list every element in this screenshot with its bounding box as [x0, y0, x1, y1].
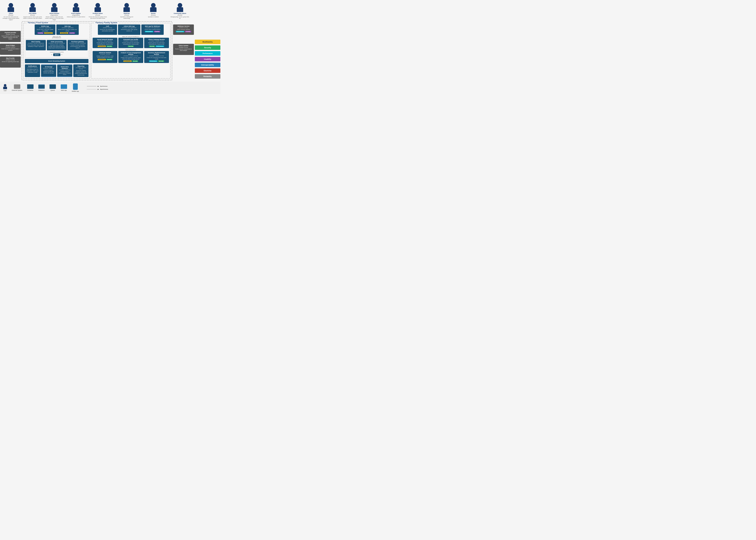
social-network-badges: Modifiability Security: [94, 45, 116, 47]
user-person-shape: [3, 84, 7, 89]
clinics-gateway-type: [Container: Software service]: [146, 41, 168, 42]
web-app-webinars-title: Web App for Webinars: [143, 25, 162, 27]
legend-container-shape: Container: [27, 84, 34, 91]
clinics-badge-perf: Performance: [156, 46, 164, 47]
ext-shape-sm: [14, 84, 20, 89]
doctor-head: [151, 3, 156, 8]
admin-web-app-desc: Administrate blogs, chats, groups, artic…: [119, 29, 139, 32]
doctor-icon: [149, 2, 157, 12]
inv-badge-perf: Performance: [149, 61, 158, 62]
queue-label-text: Commands & events [TCP]: [26, 52, 87, 53]
inventory-title: Inventory Replenishment Module: [146, 52, 168, 55]
notifications-box: Notifications [Container: Service] Send …: [25, 65, 40, 77]
event-store-type: [Container: Datastore]: [58, 69, 71, 70]
legend-webapp-label: Web App: [61, 89, 66, 91]
auth-title: Auth: [99, 25, 116, 27]
ws-badge-perf: Performance: [176, 31, 184, 32]
sync-arrowhead: ►: [97, 85, 99, 87]
admin-web-app-box: Admin Web App [Container: Web applicatio…: [118, 25, 140, 35]
actor-dietician: Dietician [Person] Specialist in dietolo…: [117, 2, 136, 21]
legend-usability: Usability: [195, 57, 220, 62]
s3-storage-title: S3 Storage: [42, 66, 55, 68]
web-app-title: Web App: [57, 25, 77, 27]
legend-mobileapp-shape: Mobile App: [72, 83, 79, 92]
extended-profile-box: Extended user profile [Container: Softwa…: [118, 38, 143, 48]
actor-community-admin: Community admin [Person] Managing blogs,…: [170, 2, 189, 21]
mobile-app-badge-usability: Usability: [37, 32, 44, 34]
inventory-box: Inventory Replenishment Module [Containe…: [144, 51, 169, 63]
dietician-head: [124, 3, 129, 8]
engagement-badges: Modifiability Security: [120, 60, 142, 62]
webinars-service-badges: Performance Usability: [174, 31, 193, 33]
async-line: [87, 89, 96, 89]
notifications-type: [Container: Service]: [26, 67, 39, 68]
mobile-app-type: [Container: Application]: [36, 27, 54, 28]
right-actors: Dietician [Person] Specialist in dietolo…: [113, 2, 193, 21]
webinars-badge-perf: Performance: [145, 31, 153, 32]
community-admin-desc: Managing blogs, forums, group chats, etc: [170, 16, 189, 19]
edie-badge-mod: Modifiability: [98, 59, 106, 60]
auth-box: Auth [Software Service] Service for user…: [98, 25, 117, 35]
social-network-box: Social Network Module [Container: Web ap…: [93, 38, 117, 48]
actor-doctor: Doctor [Person] Specialist in medicine: [144, 2, 163, 21]
main-canvas: Client [Person] Our user who write posts…: [0, 0, 220, 94]
order-processing-title: Order processing: [48, 41, 65, 43]
extended-profile-type: [Container: Software service]: [120, 41, 142, 42]
food-mid-comps: Meal Catalog [Container: Monolite Subsys…: [26, 40, 87, 50]
map-provider-box: Map Provider [Software service] Service …: [0, 57, 21, 68]
webinars-service-title: Webinars Service: [174, 25, 193, 27]
payment-provider-box: Payment provider [Software service] Poin…: [0, 31, 21, 42]
main-boundary-wrapper: Farmacy Food System Mobile App [Containe…: [22, 21, 172, 80]
web-app-box: Web App [Container: Application] Browse …: [56, 25, 79, 35]
notifications-title: Notifications: [26, 66, 39, 67]
food-sub-boundary: Meal Catalog [Container: Monolite Subsys…: [25, 39, 88, 58]
legend-queue-shape: Queue: [50, 84, 56, 91]
left-external-systems: Payment provider [Software service] Poin…: [0, 21, 21, 80]
legend-perfomance: Perfomance: [195, 51, 220, 56]
extended-profile-title: Extended user profile: [120, 39, 142, 40]
mobile-app-badge-perf: Performance: [44, 32, 53, 34]
product-owner-name: Product owner: [93, 13, 103, 14]
edie-badge-sec: Security: [106, 59, 112, 60]
purchase-gateway-box: Purchase gateway [Container: Monolite Su…: [67, 40, 87, 50]
queue-row: ▼ Queue ▼: [26, 54, 87, 56]
inventory-desc: Predict SKU popularity and actual sales …: [146, 57, 168, 60]
doctor-desc: Specialist in medicine: [148, 16, 159, 18]
extended-profile-badges: Security: [120, 45, 142, 47]
pos-admin-desc: Supports sales for sells or pick-up the …: [23, 16, 42, 19]
smart-fridges-desc: Smart devices for sell fresh meals or pr…: [1, 48, 20, 51]
left-actors: Client [Person] Our user who write posts…: [0, 2, 109, 21]
web-app-webinars-type: [Container: Web application]: [143, 27, 162, 28]
client-name: Client: [9, 13, 13, 14]
reporting-type: [Container: Software service]: [74, 67, 87, 69]
payment-provider-desc: Point of Sale for sells or pick-up the m…: [1, 35, 20, 40]
ghost-kitchen-head: [52, 3, 56, 8]
auth-type: [Software Service]: [99, 27, 116, 28]
smart-fridges-type: [Hardware System]: [1, 47, 20, 48]
eng-badge-sec: Security: [132, 61, 138, 62]
webinars-service-box: Webinars Service [Software service] Onli…: [173, 25, 194, 35]
community-admin-icon: [176, 2, 184, 12]
container-shape-sm: [27, 84, 34, 89]
event-store-box: Event store database [Container: Datasto…: [57, 65, 72, 77]
legend-interoperability: Interoperability: [195, 63, 220, 67]
smart-fridges-title: Smart Fridges: [1, 45, 20, 46]
clinics-gateway-badges: Security Performance: [146, 45, 168, 47]
family-top-comps: Auth [Software Service] Service for user…: [93, 25, 169, 35]
client-desc: Our user who write posts and messages, s…: [1, 16, 21, 21]
sync-arrow: ► Synchronous: [87, 85, 108, 87]
family-system-boundary: Farmacy Family System Auth [Software Ser…: [91, 23, 170, 78]
food-system-label: Farmacy Food System: [27, 22, 49, 24]
family-system-label: Farmacy Family System: [94, 22, 118, 24]
product-owner-type: [Person]: [95, 14, 100, 16]
doctor-type: [Person]: [151, 14, 156, 16]
web-app-webinars-badges: Performance Usability: [143, 31, 162, 33]
food-supplier-body: [73, 7, 79, 12]
edietician-title: eDietician Module: [94, 52, 116, 54]
engagement-desc: Analyse users activities in forums, blog…: [120, 57, 142, 60]
food-bottom-comps: Notifications [Container: Service] Send …: [25, 65, 88, 77]
extended-profile-desc: Includes personal user information, onbo…: [120, 42, 142, 45]
dietician-name: Dietician: [124, 13, 130, 14]
web-app-webinars-box: Web App for Webinars [Container: Web app…: [141, 25, 164, 35]
legend-datastore-label: Datastore: [38, 89, 45, 91]
